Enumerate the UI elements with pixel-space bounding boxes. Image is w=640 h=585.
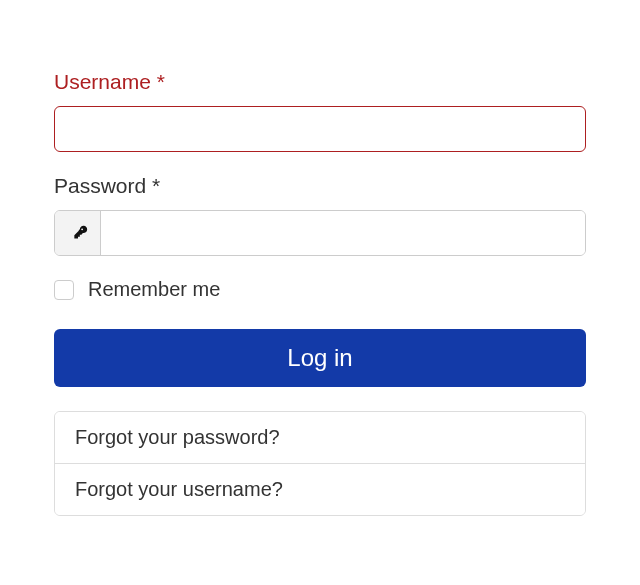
password-input-group [54, 210, 586, 256]
forgot-username-link[interactable]: Forgot your username? [55, 463, 585, 515]
username-group: Username * [54, 70, 586, 152]
remember-checkbox[interactable] [54, 280, 74, 300]
username-input[interactable] [54, 106, 586, 152]
login-form: Username * Password * Remember me Log in… [0, 0, 640, 516]
password-label: Password * [54, 174, 586, 198]
help-links: Forgot your password? Forgot your userna… [54, 411, 586, 516]
password-group: Password * [54, 174, 586, 256]
key-icon [55, 211, 101, 255]
username-label: Username * [54, 70, 586, 94]
password-input[interactable] [101, 211, 585, 255]
remember-row: Remember me [54, 278, 586, 301]
remember-label: Remember me [88, 278, 220, 301]
forgot-password-link[interactable]: Forgot your password? [55, 412, 585, 463]
login-button[interactable]: Log in [54, 329, 586, 387]
